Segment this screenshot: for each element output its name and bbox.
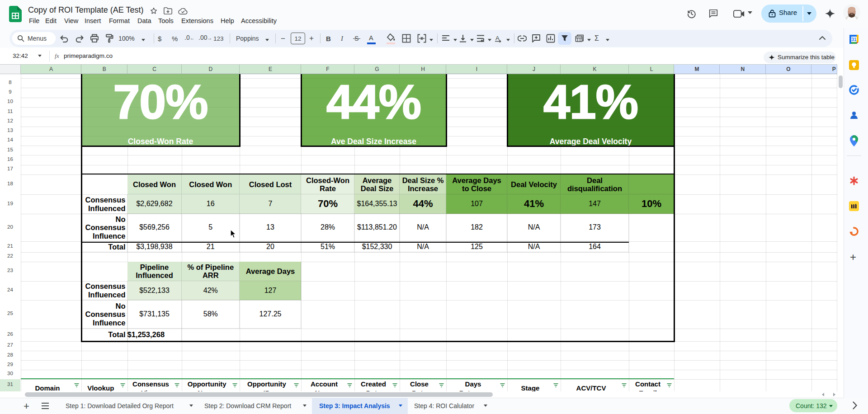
svg-text:31: 31: [851, 37, 857, 42]
svg-text:A: A: [495, 35, 500, 42]
